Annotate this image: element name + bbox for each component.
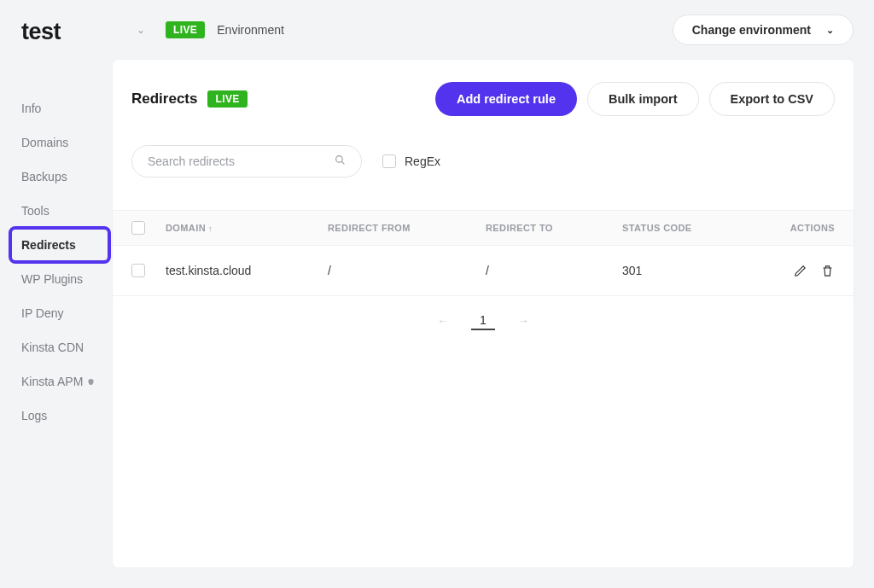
col-from-header[interactable]: REDIRECT FROM — [328, 223, 486, 233]
main-card: Redirects LIVE Add redirect rule Bulk im… — [113, 60, 854, 568]
sidebar: test Info Domains Backups Tools Redirect… — [0, 0, 113, 588]
sidebar-item-kinsta-cdn[interactable]: Kinsta CDN — [0, 330, 113, 364]
sidebar-item-label: Backups — [21, 170, 67, 183]
delete-icon[interactable] — [819, 263, 835, 278]
select-all-checkbox[interactable] — [131, 221, 145, 235]
sidebar-item-label: IP Deny — [21, 306, 64, 320]
edit-icon[interactable] — [792, 263, 807, 278]
col-domain-label: DOMAIN — [166, 223, 206, 233]
page-title-badge: LIVE — [207, 90, 247, 108]
col-actions-header: ACTIONS — [763, 223, 835, 233]
env-label: Environment — [217, 23, 284, 37]
sidebar-item-label: Kinsta APM — [21, 375, 83, 388]
sidebar-item-label: Kinsta CDN — [21, 341, 84, 354]
sidebar-item-domains[interactable]: Domains — [0, 125, 113, 160]
bulk-import-button[interactable]: Bulk import — [587, 82, 699, 116]
site-name: test — [0, 19, 113, 45]
table-header: DOMAIN↑ REDIRECT FROM REDIRECT TO STATUS… — [113, 210, 854, 246]
page-next[interactable]: → — [517, 314, 529, 328]
pagination: ← 1 → — [113, 296, 854, 346]
cell-domain: test.kinsta.cloud — [166, 264, 328, 277]
sidebar-item-label: Logs — [21, 409, 47, 422]
regex-filter: RegEx — [382, 154, 440, 168]
change-environment-button[interactable]: Change environment ⌄ — [673, 15, 854, 45]
col-domain-header[interactable]: DOMAIN↑ — [166, 223, 328, 233]
sidebar-item-ip-deny[interactable]: IP Deny — [0, 296, 113, 330]
cell-status-code: 301 — [622, 264, 763, 277]
breadcrumb-toggle[interactable]: ⌄ — [128, 20, 154, 39]
sidebar-nav: Info Domains Backups Tools Redirects WP … — [0, 91, 113, 433]
cell-redirect-from: / — [328, 264, 486, 277]
col-to-header[interactable]: REDIRECT TO — [486, 223, 622, 233]
sidebar-item-wp-plugins[interactable]: WP Plugins — [0, 262, 113, 296]
sidebar-item-backups[interactable]: Backups — [0, 160, 113, 194]
svg-point-0 — [336, 156, 343, 163]
page-current-wrap: 1 — [471, 311, 495, 330]
sidebar-item-label: Redirects — [21, 238, 76, 252]
sidebar-item-label: WP Plugins — [21, 272, 83, 286]
topbar: ⌄ LIVE Environment Change environment ⌄ — [113, 0, 874, 60]
table-body: test.kinsta.cloud / / 301 — [113, 246, 854, 296]
regex-checkbox[interactable] — [382, 154, 396, 168]
search-icon — [335, 154, 346, 168]
sidebar-item-redirects[interactable]: Redirects — [0, 228, 113, 262]
sidebar-item-kinsta-apm[interactable]: Kinsta APM — [0, 364, 113, 399]
chevron-down-icon: ⌄ — [826, 25, 834, 36]
sidebar-item-logs[interactable]: Logs — [0, 399, 113, 433]
env-badge: LIVE — [166, 21, 205, 38]
sidebar-item-label: Tools — [21, 204, 50, 218]
search-wrap — [131, 145, 362, 178]
page-current: 1 — [480, 313, 487, 327]
table-row: test.kinsta.cloud / / 301 — [113, 246, 854, 296]
cell-redirect-to: / — [486, 264, 622, 277]
search-input[interactable] — [148, 154, 335, 168]
export-csv-button[interactable]: Export to CSV — [709, 82, 835, 116]
sidebar-item-info[interactable]: Info — [0, 91, 113, 125]
sidebar-item-label: Info — [21, 102, 41, 115]
add-redirect-button[interactable]: Add redirect rule — [435, 82, 577, 116]
sidebar-item-tools[interactable]: Tools — [0, 194, 113, 228]
sort-asc-icon: ↑ — [208, 224, 213, 233]
svg-line-1 — [341, 161, 344, 164]
lock-icon — [87, 375, 95, 388]
filter-controls: RegEx — [113, 126, 854, 210]
change-environment-label: Change environment — [692, 23, 811, 37]
col-status-header[interactable]: STATUS CODE — [622, 223, 763, 233]
regex-label: RegEx — [405, 154, 440, 168]
page-title: Redirects — [131, 90, 197, 108]
page-prev[interactable]: ← — [437, 314, 449, 328]
row-checkbox[interactable] — [131, 264, 145, 277]
sidebar-item-label: Domains — [21, 136, 68, 149]
card-header: Redirects LIVE Add redirect rule Bulk im… — [113, 60, 854, 126]
